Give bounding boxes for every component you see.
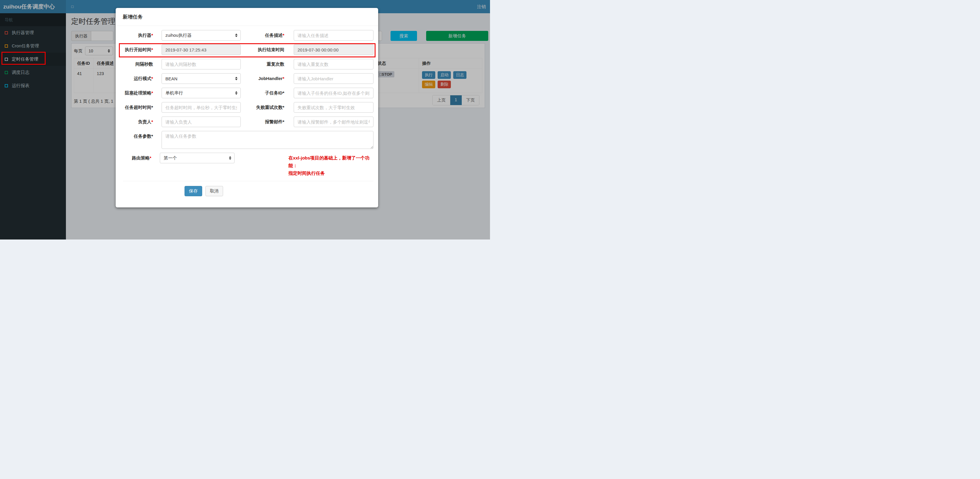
- run-mode-label: 运行模式*: [123, 73, 162, 84]
- end-time-input[interactable]: [294, 45, 374, 55]
- repeat-label: 重复次数: [241, 59, 294, 70]
- alarm-email-label: 报警邮件*: [241, 116, 294, 127]
- alarm-email-input[interactable]: [294, 116, 374, 127]
- required-marker: *: [283, 90, 284, 95]
- interval-input[interactable]: [162, 59, 241, 70]
- fail-retry-label: 失败重试次数*: [241, 102, 294, 113]
- select-caret-icon: [229, 156, 231, 160]
- required-marker: *: [151, 76, 153, 81]
- block-strategy-select[interactable]: 单机串行: [162, 88, 241, 98]
- job-param-textarea[interactable]: [162, 131, 374, 149]
- required-marker: *: [283, 76, 284, 81]
- required-marker: *: [151, 105, 153, 110]
- task-desc-label: 任务描述*: [241, 30, 294, 41]
- cancel-button[interactable]: 取消: [205, 186, 223, 196]
- child-jobid-input[interactable]: [294, 88, 374, 98]
- interval-label: 间隔秒数: [123, 59, 162, 70]
- required-marker: *: [151, 134, 153, 138]
- executor-select[interactable]: zuihou执行器: [162, 30, 241, 41]
- end-time-label: 执行结束时间: [241, 45, 294, 55]
- route-strategy-label: 路由策略*: [123, 153, 160, 163]
- required-marker: *: [151, 47, 153, 52]
- required-marker: *: [283, 33, 284, 38]
- jobhandler-input[interactable]: [294, 73, 374, 84]
- required-marker: *: [283, 105, 284, 110]
- add-task-modal: 新增任务 执行器* zuihou执行器 任务描述* 执行开始时间* 执行结束时间…: [116, 8, 378, 207]
- fail-retry-input[interactable]: [294, 102, 374, 113]
- task-desc-input[interactable]: [294, 30, 374, 41]
- required-marker: *: [150, 155, 151, 160]
- job-param-label: 任务参数*: [123, 131, 162, 142]
- author-label: 负责人*: [123, 116, 162, 127]
- jobhandler-label: JobHandler*: [241, 73, 294, 84]
- select-caret-icon: [235, 33, 237, 37]
- required-marker: *: [151, 90, 153, 95]
- save-button[interactable]: 保存: [185, 186, 202, 196]
- start-time-label: 执行开始时间*: [123, 45, 162, 55]
- required-marker: *: [283, 119, 284, 124]
- run-mode-select[interactable]: BEAN: [162, 73, 241, 84]
- start-time-input[interactable]: [162, 45, 241, 55]
- timeout-input[interactable]: [162, 102, 241, 113]
- executor-label: 执行器*: [123, 30, 162, 41]
- select-caret-icon: [235, 77, 237, 80]
- block-strategy-label: 阻塞处理策略*: [123, 88, 162, 98]
- required-marker: *: [151, 119, 153, 124]
- author-input[interactable]: [162, 116, 241, 127]
- select-caret-icon: [235, 91, 237, 95]
- required-marker: *: [151, 33, 153, 38]
- route-strategy-select[interactable]: 第一个: [160, 153, 235, 163]
- repeat-input[interactable]: [294, 59, 374, 70]
- child-jobid-label: 子任务ID*: [241, 88, 294, 98]
- modal-title: 新增任务: [116, 8, 378, 26]
- timeout-label: 任务超时时间*: [123, 102, 162, 113]
- feature-note: 在xxl-jobs项目的基础上，新增了一个功能： 指定时间执行任务: [288, 153, 374, 177]
